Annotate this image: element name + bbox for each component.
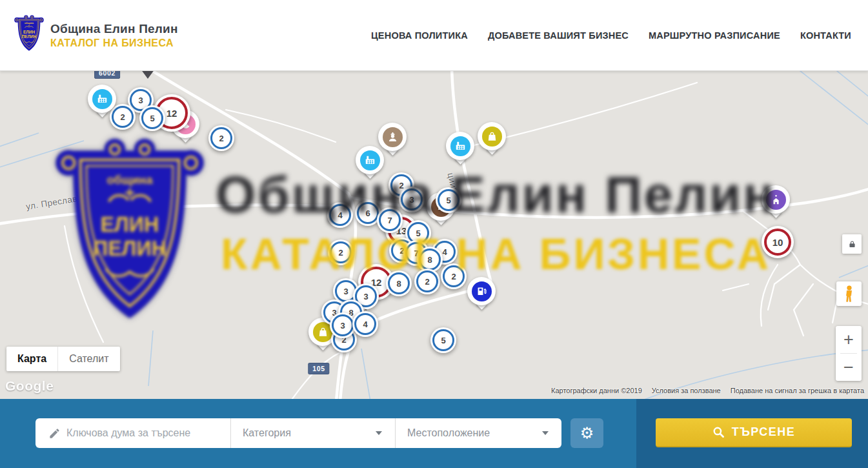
map-type-control: Карта Сателит (6, 347, 120, 371)
header: община ЕЛИН ПЕЛИН Община Елин Пелин КАТА… (0, 0, 868, 71)
search-icon (712, 426, 725, 438)
search-button[interactable]: ТЪРСЕНЕ (656, 418, 852, 447)
zoom-out-button[interactable]: − (836, 354, 862, 381)
pin-disc (467, 277, 496, 305)
church-icon (766, 190, 786, 210)
cluster-marker[interactable]: 2 (441, 263, 467, 289)
cluster-count: 5 (438, 189, 459, 211)
site-logo[interactable]: община ЕЛИН ПЕЛИН Община Елин Пелин КАТА… (14, 15, 178, 56)
map-canvas[interactable]: 6002105ул. Преславбул. „Новоселциции“ 13… (0, 71, 868, 399)
advanced-search-button[interactable]: ⚙ (570, 418, 603, 448)
map-attribution: Картографски данни ©2019Условия за ползв… (551, 387, 864, 394)
cluster-marker[interactable]: 7 (377, 207, 403, 233)
cluster-marker[interactable]: 4 (352, 311, 378, 337)
cluster-count: 3 (332, 314, 354, 336)
cluster-marker[interactable]: 2 (328, 239, 354, 265)
svg-text:ПЕЛИН: ПЕЛИН (22, 34, 37, 39)
road-badge-6002: 6002 (94, 71, 120, 79)
attribution-data[interactable]: Картографски данни ©2019 (551, 387, 642, 394)
google-logo[interactable]: Google (5, 378, 54, 394)
pin-disc (478, 122, 506, 150)
pin-disc (446, 132, 474, 160)
worker-icon (383, 127, 403, 147)
pegman-icon (842, 285, 856, 303)
cluster-count: 2 (330, 241, 352, 263)
cluster-marker[interactable]: 4 (327, 202, 353, 228)
fuel-icon (472, 281, 492, 301)
site-title: Община Елин Пелин (50, 22, 178, 36)
site-subtitle: КАТАЛОГ НА БИЗНЕСА (50, 37, 178, 49)
cluster-count: 7 (379, 209, 401, 231)
street-label: ул. Преслав (25, 194, 78, 211)
cluster-marker[interactable]: 3 (399, 187, 425, 212)
factory-icon (92, 89, 112, 109)
logo-text: Община Елин Пелин КАТАЛОГ НА БИЗНЕСА (50, 22, 178, 49)
cluster-marker[interactable]: 5 (430, 327, 456, 353)
factory-icon (360, 150, 380, 170)
caret-down-icon (376, 431, 382, 435)
gear-icon: ⚙ (580, 425, 594, 441)
cluster-count: 8 (388, 272, 410, 294)
map-type-map-button[interactable]: Карта (6, 347, 57, 371)
nav-item-schedule[interactable]: МАРШРУТНО РАЗПИСАНИЕ (649, 30, 780, 41)
caret-down-icon (542, 431, 549, 435)
lock-button[interactable] (842, 234, 862, 254)
bag-icon (482, 127, 502, 147)
keyword-section (35, 418, 230, 448)
cluster-marker[interactable]: 2 (208, 125, 234, 151)
cluster-marker[interactable]: 2 (414, 269, 440, 294)
cluster-count: 8 (419, 249, 441, 270)
cluster-count: 3 (401, 188, 423, 210)
cluster-count: 2 (210, 127, 232, 149)
svg-text:ЕЛИН: ЕЛИН (23, 30, 35, 34)
attribution-terms[interactable]: Условия за ползване (652, 387, 721, 394)
cluster-marker[interactable]: 5 (436, 187, 461, 213)
cluster-count: 2 (443, 265, 465, 287)
cluster-count: 10 (764, 229, 791, 256)
keyword-input[interactable] (66, 427, 215, 439)
church-pin[interactable] (762, 185, 790, 214)
map-type-satellite-button[interactable]: Сателит (57, 347, 119, 371)
factory-icon (450, 136, 470, 156)
cluster-marker[interactable]: 10 (762, 226, 794, 258)
pin-disc (762, 185, 790, 214)
lock-icon (847, 239, 857, 249)
attribution-report-error[interactable]: Подаване на сигнал за грешка в картата (731, 387, 864, 394)
zoom-control: + − (836, 326, 862, 381)
cluster-count: 6 (357, 202, 379, 224)
main-nav: ЦЕНОВА ПОЛИТИКАДОБАВЕТЕ ВАШИЯТ БИЗНЕСМАР… (371, 30, 851, 41)
nav-item-contacts[interactable]: КОНТАКТИ (800, 30, 851, 41)
cluster-marker[interactable]: 8 (386, 270, 412, 296)
pegman-button[interactable] (836, 281, 862, 306)
cluster-count: 4 (329, 204, 351, 226)
pin-disc (356, 146, 384, 174)
category-select-value: Категория (243, 427, 291, 439)
pencil-icon (48, 427, 61, 440)
location-select[interactable]: Местоположение (395, 418, 561, 448)
fuel-pin[interactable] (467, 277, 496, 305)
nav-item-add-business[interactable]: ДОБАВЕТЕ ВАШИЯТ БИЗНЕС (488, 30, 629, 41)
road-badge-105: 105 (308, 363, 329, 374)
bag-pin[interactable] (478, 122, 506, 150)
factory-pin[interactable] (88, 85, 116, 113)
factory-pin[interactable] (356, 146, 384, 174)
search-button-label: ТЪРСЕНЕ (732, 425, 796, 439)
search-group: Категория Местоположение (35, 418, 561, 448)
zoom-in-button[interactable]: + (836, 326, 862, 353)
search-bar: Категория Местоположение ⚙ ТЪРСЕНЕ (0, 399, 868, 468)
cluster-marker[interactable]: 3 (330, 312, 356, 338)
category-select[interactable]: Категория (230, 418, 395, 448)
cluster-count: 5 (432, 329, 454, 351)
map-markers: 6002105ул. Преславбул. „Новоселциции“ 13… (0, 71, 868, 399)
cluster-count: 4 (354, 313, 376, 335)
clipped-pin-tip (141, 71, 155, 79)
pin-disc (88, 85, 116, 113)
location-select-value: Местоположение (407, 427, 490, 439)
factory-pin[interactable] (446, 132, 474, 160)
municipality-crest-icon: община ЕЛИН ПЕЛИН (14, 15, 44, 56)
svg-text:община: община (25, 22, 34, 25)
cluster-count: 2 (416, 270, 438, 292)
nav-item-pricing[interactable]: ЦЕНОВА ПОЛИТИКА (371, 30, 468, 41)
cluster-marker[interactable]: 5 (139, 105, 165, 131)
cluster-count: 5 (141, 107, 163, 129)
